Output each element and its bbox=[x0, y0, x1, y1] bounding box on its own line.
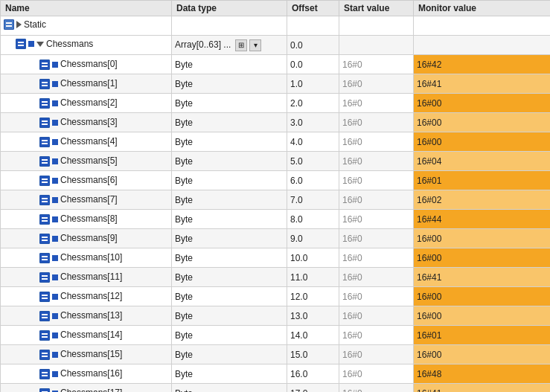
row-name-cell: Chessmans[1] bbox=[1, 74, 172, 94]
row-sq-icon bbox=[52, 352, 58, 358]
static-monitorvalue bbox=[414, 16, 551, 36]
row-name: Chessmans[16] bbox=[60, 368, 122, 379]
row-startvalue: 16#0 bbox=[339, 190, 414, 210]
row-monitorvalue: 16#00 bbox=[414, 345, 551, 364]
table-row: Chessmans[7]Byte7.016#016#02 bbox=[1, 190, 551, 210]
row-offset: 17.0 bbox=[287, 384, 339, 393]
row-datatype: Byte bbox=[172, 384, 287, 393]
chessmans-startvalue bbox=[339, 36, 414, 55]
row-name-cell: Chessmans[16] bbox=[1, 364, 172, 384]
chessmans-grid-btn[interactable]: ⊞ bbox=[235, 39, 247, 51]
row-startvalue: 16#0 bbox=[339, 326, 414, 345]
row-datatype: Byte bbox=[172, 287, 287, 306]
row-offset: 14.0 bbox=[287, 326, 339, 345]
row-monitorvalue: 16#41 bbox=[414, 268, 551, 287]
row-datatype: Byte bbox=[172, 364, 287, 384]
table-row: Chessmans[8]Byte8.016#016#44 bbox=[1, 210, 551, 229]
row-datatype: Byte bbox=[172, 113, 287, 132]
row-datatype: Byte bbox=[172, 326, 287, 345]
main-table-container: Name Data type Offset Start value Monito… bbox=[0, 0, 550, 392]
row-startvalue: 16#0 bbox=[339, 345, 414, 364]
row-db-icon bbox=[39, 311, 50, 321]
row-name: Chessmans[11] bbox=[60, 271, 122, 282]
row-name-cell: Chessmans[3] bbox=[1, 113, 172, 132]
row-datatype: Byte bbox=[172, 229, 287, 248]
row-db-icon bbox=[39, 330, 50, 341]
chessmans-sq-icon bbox=[28, 41, 34, 47]
row-name-cell: Chessmans[17] bbox=[1, 384, 172, 393]
row-startvalue: 16#0 bbox=[339, 171, 414, 190]
row-name-cell: Chessmans[15] bbox=[1, 345, 172, 364]
row-name-cell: Chessmans[5] bbox=[1, 152, 172, 171]
table-header-row: Name Data type Offset Start value Monito… bbox=[1, 1, 551, 16]
row-sq-icon bbox=[52, 313, 58, 319]
row-offset: 15.0 bbox=[287, 345, 339, 364]
row-offset: 8.0 bbox=[287, 210, 339, 229]
row-monitorvalue: 16#01 bbox=[414, 326, 551, 345]
row-name-cell: Chessmans[0] bbox=[1, 55, 172, 74]
row-name: Chessmans[7] bbox=[60, 194, 118, 205]
row-monitorvalue: 16#00 bbox=[414, 94, 551, 113]
table-row: Chessmans[14]Byte14.016#016#01 bbox=[1, 326, 551, 345]
row-name-cell: Chessmans[12] bbox=[1, 287, 172, 306]
row-offset: 2.0 bbox=[287, 94, 339, 113]
row-offset: 5.0 bbox=[287, 152, 339, 171]
row-offset: 13.0 bbox=[287, 306, 339, 326]
row-db-icon bbox=[39, 388, 50, 392]
row-name-cell: Chessmans[13] bbox=[1, 306, 172, 326]
table-row: Chessmans[13]Byte13.016#016#00 bbox=[1, 306, 551, 326]
row-name: Chessmans[14] bbox=[60, 330, 122, 340]
row-monitorvalue: 16#41 bbox=[414, 74, 551, 94]
row-sq-icon bbox=[52, 294, 58, 300]
row-offset: 16.0 bbox=[287, 364, 339, 384]
chessmans-name-cell: Chessmans bbox=[1, 36, 172, 55]
chessmans-arrow-btn[interactable]: ▾ bbox=[249, 39, 261, 51]
row-name: Chessmans[10] bbox=[60, 252, 122, 263]
row-name: Chessmans[15] bbox=[60, 349, 122, 359]
row-db-icon bbox=[39, 79, 50, 89]
row-startvalue: 16#0 bbox=[339, 210, 414, 229]
row-startvalue: 16#0 bbox=[339, 364, 414, 384]
row-name: Chessmans[0] bbox=[60, 59, 118, 69]
row-db-icon bbox=[39, 60, 50, 70]
row-name-cell: Chessmans[6] bbox=[1, 171, 172, 190]
static-row: Static bbox=[1, 16, 551, 36]
row-offset: 11.0 bbox=[287, 268, 339, 287]
row-name: Chessmans[3] bbox=[60, 117, 118, 127]
table-row: Chessmans[1]Byte1.016#016#41 bbox=[1, 74, 551, 94]
table-row: Chessmans[0]Byte0.016#016#42 bbox=[1, 55, 551, 74]
row-db-icon bbox=[39, 156, 50, 167]
row-startvalue: 16#0 bbox=[339, 74, 414, 94]
row-offset: 6.0 bbox=[287, 171, 339, 190]
col-header-name: Name bbox=[1, 1, 172, 16]
row-monitorvalue: 16#00 bbox=[414, 229, 551, 248]
static-name-cell: Static bbox=[1, 16, 172, 36]
row-monitorvalue: 16#00 bbox=[414, 248, 551, 268]
row-sq-icon bbox=[52, 332, 58, 338]
table-row: Chessmans[12]Byte12.016#016#00 bbox=[1, 287, 551, 306]
row-db-icon bbox=[39, 214, 50, 225]
chessmans-label: Chessmans bbox=[46, 39, 93, 49]
row-sq-icon bbox=[52, 274, 58, 280]
row-sq-icon bbox=[52, 371, 58, 377]
row-sq-icon bbox=[52, 62, 58, 68]
col-header-offset: Offset bbox=[287, 1, 339, 16]
table-row: Chessmans[10]Byte10.016#016#00 bbox=[1, 248, 551, 268]
static-expand-icon[interactable] bbox=[16, 21, 22, 28]
row-offset: 4.0 bbox=[287, 132, 339, 152]
chessmans-row: Chessmans Array[0..63] ... ⊞ ▾ 0.0 bbox=[1, 36, 551, 55]
table-row: Chessmans[6]Byte6.016#016#01 bbox=[1, 171, 551, 190]
chessmans-expand-icon[interactable] bbox=[36, 42, 44, 47]
row-monitorvalue: 16#04 bbox=[414, 152, 551, 171]
row-offset: 0.0 bbox=[287, 55, 339, 74]
table-row: Chessmans[16]Byte16.016#016#48 bbox=[1, 364, 551, 384]
row-name-cell: Chessmans[4] bbox=[1, 132, 172, 152]
row-monitorvalue: 16#00 bbox=[414, 306, 551, 326]
db-icon bbox=[4, 19, 14, 30]
row-sq-icon bbox=[52, 81, 58, 87]
row-startvalue: 16#0 bbox=[339, 132, 414, 152]
row-name: Chessmans[12] bbox=[60, 291, 122, 301]
row-startvalue: 16#0 bbox=[339, 287, 414, 306]
row-db-icon bbox=[39, 137, 50, 147]
row-sq-icon bbox=[52, 197, 58, 203]
